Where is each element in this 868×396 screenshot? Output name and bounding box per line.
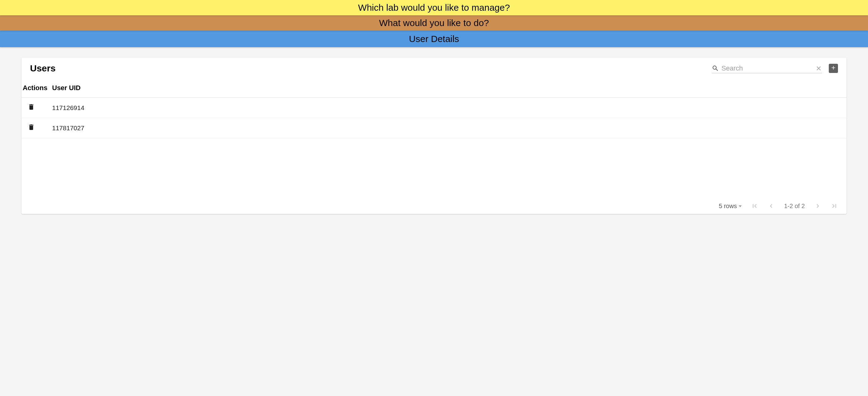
- page-range: 1-2 of 2: [784, 203, 805, 210]
- col-user-uid: User UID: [52, 84, 81, 92]
- banner-select-action[interactable]: What would you like to do?: [0, 15, 868, 31]
- search-icon: [712, 65, 719, 72]
- banner-select-lab[interactable]: Which lab would you like to manage?: [0, 0, 868, 15]
- banner-section-text: User Details: [409, 34, 459, 44]
- users-table: Actions User UID 117126914117817027: [22, 78, 846, 138]
- banner-select-lab-text: Which lab would you like to manage?: [358, 2, 510, 12]
- delete-row-button[interactable]: [28, 103, 35, 112]
- add-user-button[interactable]: [829, 64, 838, 73]
- prev-page-button[interactable]: [768, 202, 775, 210]
- last-page-button[interactable]: [831, 202, 838, 210]
- first-page-button[interactable]: [751, 202, 758, 210]
- card-title: Users: [30, 63, 712, 73]
- delete-row-button[interactable]: [28, 124, 35, 132]
- user-uid-cell: 117817027: [52, 118, 846, 138]
- plus-icon: [830, 65, 836, 72]
- rows-per-page-label: 5 rows: [719, 203, 737, 210]
- table-footer: 5 rows 1-2 of 2: [22, 198, 846, 214]
- trash-icon: [28, 124, 35, 132]
- banner-select-action-text: What would you like to do?: [379, 18, 489, 28]
- dropdown-caret-icon: [739, 205, 742, 207]
- next-page-button[interactable]: [814, 202, 822, 210]
- table-row: 117817027: [22, 118, 846, 138]
- search-input[interactable]: [721, 64, 813, 72]
- search-field[interactable]: [712, 64, 822, 73]
- banner-section[interactable]: User Details: [0, 31, 868, 47]
- rows-per-page-select[interactable]: 5 rows: [719, 203, 742, 210]
- trash-icon: [28, 103, 35, 112]
- col-actions: Actions: [23, 84, 48, 92]
- table-row: 117126914: [22, 98, 846, 118]
- user-uid-cell: 117126914: [52, 98, 846, 118]
- users-card: Users Actions: [22, 58, 846, 214]
- clear-search-icon[interactable]: [815, 65, 822, 72]
